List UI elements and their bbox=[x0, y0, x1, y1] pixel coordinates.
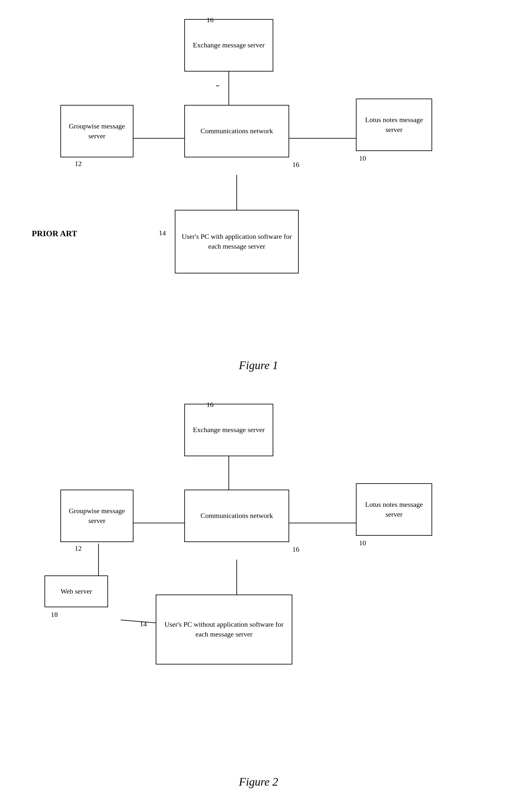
lotus-server-box-fig2: Lotus notes message server bbox=[356, 483, 432, 536]
communications-network-box-fig1: Communications network bbox=[184, 105, 289, 157]
figure2-title: Figure 2 bbox=[13, 775, 504, 788]
lotus-server-box-fig1: Lotus notes message server bbox=[356, 98, 432, 151]
label-14-fig2: 14 bbox=[140, 620, 147, 628]
groupwise-server-box-fig1: Groupwise message server bbox=[60, 105, 133, 157]
label-12-fig2: 12 bbox=[75, 544, 82, 553]
figure1-container: Exchange message server Communications n… bbox=[13, 13, 504, 378]
figure1-title: Figure 1 bbox=[13, 359, 504, 372]
users-pc-box-fig2: User's PC without application software f… bbox=[156, 594, 292, 665]
groupwise-server-box-fig2: Groupwise message server bbox=[60, 490, 133, 542]
label-16-top-fig1: 16 bbox=[207, 16, 214, 24]
figure2-container: Exchange message server Communications n… bbox=[13, 398, 504, 795]
label-10-fig2: 10 bbox=[359, 539, 366, 547]
label-16-right-fig1: 16 bbox=[292, 161, 299, 169]
label-12-fig1: 12 bbox=[75, 160, 82, 168]
label-18-fig2: 18 bbox=[51, 610, 58, 619]
page: Exchange message server Communications n… bbox=[0, 0, 517, 812]
label-16-right-fig2: 16 bbox=[292, 545, 299, 553]
communications-network-box-fig2: Communications network bbox=[184, 490, 289, 542]
label-16-top-fig2: 16 bbox=[207, 401, 214, 409]
prior-art-label: PRIOR ART bbox=[32, 229, 77, 238]
exchange-server-box-fig2: Exchange message server bbox=[184, 404, 273, 456]
users-pc-box-fig1: User's PC with application software for … bbox=[175, 210, 299, 273]
label-10-fig1: 10 bbox=[359, 154, 366, 163]
label-14-fig1: 14 bbox=[159, 229, 166, 237]
exchange-server-box-fig1: Exchange message server bbox=[184, 19, 273, 71]
web-server-box-fig2: Web server bbox=[44, 576, 108, 607]
